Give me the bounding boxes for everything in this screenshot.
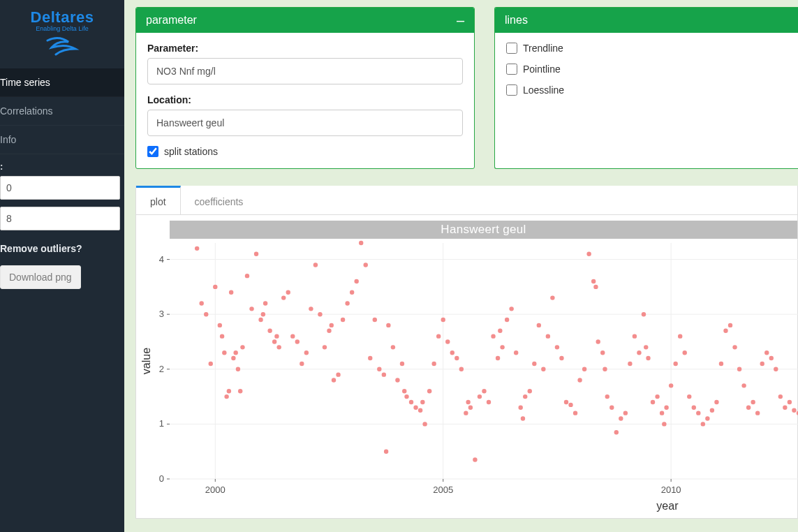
svg-point-68 bbox=[350, 290, 354, 295]
svg-point-109 bbox=[514, 350, 518, 355]
svg-point-72 bbox=[368, 356, 372, 360]
svg-point-119 bbox=[555, 345, 559, 349]
svg-point-120 bbox=[559, 356, 563, 360]
svg-point-41 bbox=[240, 345, 244, 349]
svg-point-135 bbox=[619, 416, 623, 420]
svg-point-43 bbox=[249, 306, 253, 311]
svg-point-154 bbox=[696, 411, 700, 415]
svg-point-58 bbox=[309, 306, 313, 311]
sidebar-input-1[interactable] bbox=[0, 176, 120, 200]
svg-point-52 bbox=[281, 295, 286, 300]
svg-point-163 bbox=[737, 367, 741, 371]
svg-point-45 bbox=[258, 318, 263, 322]
svg-point-44 bbox=[254, 252, 258, 256]
svg-point-49 bbox=[272, 339, 276, 343]
svg-point-99 bbox=[473, 457, 477, 461]
svg-point-57 bbox=[304, 350, 309, 355]
parameter-panel-title: parameter bbox=[146, 14, 197, 27]
pointline-checkbox[interactable] bbox=[506, 64, 517, 75]
svg-point-159 bbox=[719, 362, 723, 366]
svg-point-161 bbox=[728, 323, 732, 327]
svg-point-32 bbox=[220, 334, 224, 338]
svg-point-134 bbox=[614, 430, 619, 434]
svg-point-110 bbox=[519, 406, 523, 410]
svg-point-74 bbox=[377, 367, 381, 371]
sidebar-field-1: : bbox=[0, 154, 124, 200]
svg-point-87 bbox=[422, 422, 427, 426]
svg-point-133 bbox=[609, 406, 614, 410]
svg-point-106 bbox=[500, 345, 504, 349]
split-stations-row[interactable]: split stations bbox=[147, 146, 463, 157]
svg-point-142 bbox=[646, 356, 650, 360]
svg-point-145 bbox=[660, 411, 664, 415]
split-stations-checkbox[interactable] bbox=[147, 146, 158, 157]
nav: Time series Correlations Info bbox=[0, 68, 124, 154]
svg-point-131 bbox=[603, 367, 607, 371]
svg-point-53 bbox=[286, 290, 290, 295]
svg-point-121 bbox=[564, 400, 568, 404]
svg-point-69 bbox=[354, 279, 358, 283]
svg-point-86 bbox=[420, 400, 424, 404]
svg-point-34 bbox=[224, 394, 228, 399]
svg-point-111 bbox=[521, 416, 525, 420]
pointline-row[interactable]: Pointline bbox=[506, 64, 787, 75]
svg-point-143 bbox=[651, 400, 655, 404]
svg-point-157 bbox=[710, 408, 714, 413]
loessline-checkbox[interactable] bbox=[506, 84, 517, 96]
svg-point-35 bbox=[227, 389, 231, 393]
nav-item-info[interactable]: Info bbox=[0, 126, 124, 154]
svg-point-112 bbox=[523, 394, 527, 399]
svg-point-100 bbox=[478, 394, 482, 399]
svg-point-56 bbox=[300, 362, 304, 366]
main-content: parameter – Parameter: Location: split s… bbox=[124, 0, 798, 532]
parameter-panel-header: parameter – bbox=[136, 8, 474, 33]
svg-point-129 bbox=[596, 339, 600, 343]
svg-text:2: 2 bbox=[159, 364, 164, 374]
trendline-row[interactable]: Trendline bbox=[506, 43, 787, 54]
svg-point-117 bbox=[546, 334, 550, 338]
location-label: Location: bbox=[147, 94, 463, 105]
svg-point-166 bbox=[751, 400, 755, 404]
loessline-row[interactable]: Loessline bbox=[506, 84, 787, 96]
svg-point-71 bbox=[364, 263, 368, 267]
svg-point-169 bbox=[764, 350, 769, 355]
svg-point-139 bbox=[637, 350, 641, 355]
svg-text:4: 4 bbox=[159, 254, 164, 265]
svg-point-138 bbox=[633, 334, 637, 338]
nav-item-correlations[interactable]: Correlations bbox=[0, 97, 124, 126]
tab-plot[interactable]: plot bbox=[136, 186, 181, 214]
sidebar-field-2 bbox=[0, 200, 124, 230]
tab-coefficients[interactable]: coefficients bbox=[181, 186, 258, 214]
svg-point-90 bbox=[436, 334, 441, 338]
split-stations-label: split stations bbox=[164, 146, 218, 157]
svg-point-140 bbox=[642, 312, 646, 316]
loessline-label: Loessline bbox=[523, 84, 564, 96]
nav-item-time-series[interactable]: Time series bbox=[0, 68, 124, 97]
collapse-icon[interactable]: – bbox=[457, 17, 464, 24]
svg-point-48 bbox=[267, 329, 272, 333]
svg-point-146 bbox=[662, 422, 666, 426]
svg-point-79 bbox=[395, 378, 399, 382]
svg-text:year: year bbox=[656, 500, 679, 512]
svg-point-62 bbox=[327, 329, 331, 333]
svg-point-26 bbox=[195, 246, 199, 251]
parameter-label: Parameter: bbox=[147, 43, 463, 54]
svg-point-64 bbox=[332, 378, 336, 382]
svg-point-147 bbox=[664, 406, 668, 410]
svg-point-168 bbox=[760, 362, 764, 366]
svg-point-144 bbox=[655, 394, 659, 399]
download-png-button[interactable]: Download png bbox=[0, 265, 81, 289]
logo-text: Deltares bbox=[31, 8, 94, 26]
svg-text:2000: 2000 bbox=[205, 485, 226, 495]
location-select[interactable] bbox=[147, 110, 463, 136]
svg-point-89 bbox=[431, 362, 436, 366]
svg-point-42 bbox=[245, 274, 249, 278]
lines-panel: lines Trendline Pointline Loessline bbox=[494, 7, 798, 169]
svg-point-29 bbox=[209, 362, 213, 366]
svg-point-123 bbox=[573, 411, 577, 415]
svg-point-113 bbox=[528, 389, 532, 393]
parameter-select[interactable] bbox=[147, 58, 463, 84]
sidebar-input-2[interactable] bbox=[0, 207, 120, 230]
trendline-checkbox[interactable] bbox=[506, 43, 517, 54]
svg-point-150 bbox=[678, 334, 682, 338]
